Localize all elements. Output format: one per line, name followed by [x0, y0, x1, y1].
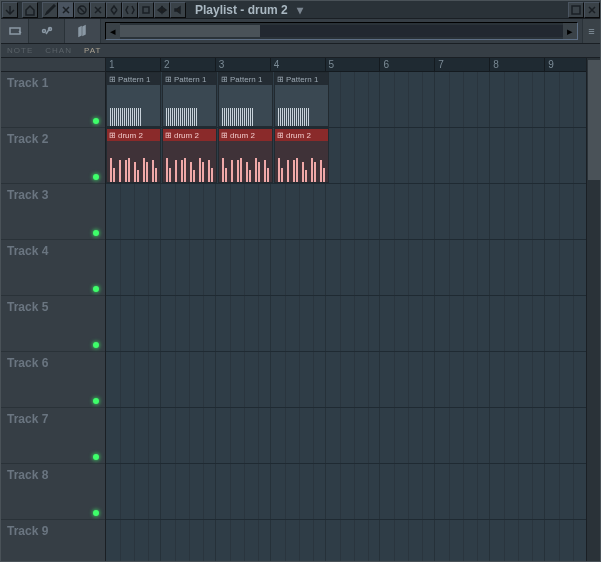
ruler-marker[interactable]: 3 — [216, 58, 271, 71]
vscroll-thumb[interactable] — [588, 60, 600, 180]
title-prefix: Playlist - — [195, 3, 244, 17]
mute-tool-icon[interactable] — [170, 2, 186, 18]
clip-label: drum 2 — [230, 131, 255, 140]
track-header[interactable]: Track 9 — [1, 520, 105, 561]
clip-grip-icon: ⊞ — [109, 75, 116, 84]
track-row[interactable]: ⊞drum 2⊞drum 2⊞drum 2⊞drum 2 — [106, 128, 600, 184]
hscroll-thumb[interactable] — [120, 25, 260, 37]
track-header[interactable]: Track 5 — [1, 296, 105, 352]
track-row[interactable] — [106, 464, 600, 520]
track-mute-toggle[interactable] — [93, 230, 99, 236]
pattern-clip[interactable]: ⊞Pattern 1 — [218, 72, 273, 127]
arrangement-area: 123456789 ⊞Pattern 1⊞Pattern 1⊞Pattern 1… — [106, 58, 600, 561]
track-header[interactable]: Track 4 — [1, 240, 105, 296]
ruler-marker[interactable]: 1 — [106, 58, 161, 71]
snap-button[interactable] — [1, 19, 29, 43]
mode-note[interactable]: NOTE — [1, 46, 39, 55]
tool-options-button[interactable] — [29, 19, 65, 43]
close-icon[interactable] — [584, 2, 600, 18]
track-name: Track 2 — [7, 132, 99, 146]
ruler-marker[interactable]: 8 — [490, 58, 545, 71]
track-mute-toggle[interactable] — [93, 454, 99, 460]
track-mute-toggle[interactable] — [93, 510, 99, 516]
pattern-clip[interactable]: ⊞drum 2 — [162, 128, 217, 183]
window-title: Playlist - drum 2 ▾ — [187, 3, 568, 17]
track-header[interactable]: Track 6 — [1, 352, 105, 408]
track-row[interactable] — [106, 296, 600, 352]
track-name: Track 5 — [7, 300, 99, 314]
clip-grip-icon: ⊞ — [165, 75, 172, 84]
mode-chan[interactable]: CHAN — [39, 46, 78, 55]
clip-header: ⊞Pattern 1 — [219, 73, 272, 85]
mode-button[interactable] — [65, 19, 101, 43]
title-dropdown-icon[interactable]: ▾ — [297, 3, 303, 17]
clip-label: Pattern 1 — [230, 75, 262, 84]
clip-grip-icon: ⊞ — [109, 131, 116, 140]
track-row[interactable] — [106, 408, 600, 464]
track-name: Track 6 — [7, 356, 99, 370]
pattern-clip[interactable]: ⊞Pattern 1 — [162, 72, 217, 127]
horizontal-scrollbar[interactable]: ◂ ▸ — [105, 22, 578, 40]
ruler-marker[interactable]: 2 — [161, 58, 216, 71]
clip-header: ⊞drum 2 — [107, 129, 160, 141]
track-header[interactable]: Track 3 — [1, 184, 105, 240]
paint-tool-icon[interactable] — [58, 2, 74, 18]
maximize-icon[interactable] — [568, 2, 584, 18]
track-name: Track 1 — [7, 76, 99, 90]
svg-rect-2 — [572, 6, 580, 14]
clip-label: Pattern 1 — [118, 75, 150, 84]
track-row[interactable] — [106, 352, 600, 408]
clip-grip-icon: ⊞ — [165, 131, 172, 140]
pattern-clip[interactable]: ⊞drum 2 — [106, 128, 161, 183]
mode-pat[interactable]: PAT — [78, 46, 107, 55]
timeline-ruler[interactable]: 123456789 — [106, 58, 600, 72]
hscroll-right-arrow[interactable]: ▸ — [563, 23, 577, 39]
menu-icon[interactable] — [2, 2, 18, 18]
track-header[interactable]: Track 2 — [1, 128, 105, 184]
pattern-clip[interactable]: ⊞drum 2 — [274, 128, 329, 183]
erase-tool-icon[interactable] — [74, 2, 90, 18]
clip-header: ⊞drum 2 — [219, 129, 272, 141]
track-name: Track 9 — [7, 524, 99, 538]
track-row[interactable] — [106, 240, 600, 296]
arrangement-grid[interactable]: ⊞Pattern 1⊞Pattern 1⊞Pattern 1⊞Pattern 1… — [106, 72, 600, 561]
track-mute-toggle[interactable] — [93, 286, 99, 292]
svg-point-4 — [42, 30, 45, 33]
ruler-marker[interactable]: 6 — [380, 58, 435, 71]
slip-tool-icon[interactable] — [154, 2, 170, 18]
zoom-tool-icon[interactable] — [122, 2, 138, 18]
draw-tool-icon[interactable] — [42, 2, 58, 18]
clip-header: ⊞Pattern 1 — [275, 73, 328, 85]
svg-rect-3 — [10, 28, 20, 34]
track-row[interactable]: ⊞Pattern 1⊞Pattern 1⊞Pattern 1⊞Pattern 1 — [106, 72, 600, 128]
track-header[interactable]: Track 1 — [1, 72, 105, 128]
clip-header: ⊞Pattern 1 — [163, 73, 216, 85]
select-tool-icon[interactable] — [106, 2, 122, 18]
track-header[interactable]: Track 7 — [1, 408, 105, 464]
track-name: Track 4 — [7, 244, 99, 258]
track-mute-toggle[interactable] — [93, 398, 99, 404]
track-header[interactable]: Track 8 — [1, 464, 105, 520]
playlist-window: Playlist - drum 2 ▾ ◂ ▸ ≡ NOTE CHAN PAT … — [0, 0, 601, 562]
clip-label: drum 2 — [286, 131, 311, 140]
pattern-clip[interactable]: ⊞Pattern 1 — [106, 72, 161, 127]
cut-tool-icon[interactable] — [90, 2, 106, 18]
clip-header: ⊞drum 2 — [163, 129, 216, 141]
vertical-scrollbar[interactable] — [586, 58, 600, 561]
pattern-clip[interactable]: ⊞Pattern 1 — [274, 72, 329, 127]
clip-header: ⊞Pattern 1 — [107, 73, 160, 85]
track-headers-column: Track 1Track 2Track 3Track 4Track 5Track… — [1, 58, 106, 561]
playback-tool-icon[interactable] — [138, 2, 154, 18]
ruler-marker[interactable]: 5 — [326, 58, 381, 71]
ruler-marker[interactable]: 4 — [271, 58, 326, 71]
track-mute-toggle[interactable] — [93, 342, 99, 348]
track-mute-toggle[interactable] — [93, 174, 99, 180]
pattern-clip[interactable]: ⊞drum 2 — [218, 128, 273, 183]
track-row[interactable] — [106, 520, 600, 561]
toolbar-menu-button[interactable]: ≡ — [582, 19, 600, 43]
track-row[interactable] — [106, 184, 600, 240]
hscroll-left-arrow[interactable]: ◂ — [106, 23, 120, 39]
track-mute-toggle[interactable] — [93, 118, 99, 124]
home-icon[interactable] — [22, 2, 38, 18]
ruler-marker[interactable]: 7 — [435, 58, 490, 71]
